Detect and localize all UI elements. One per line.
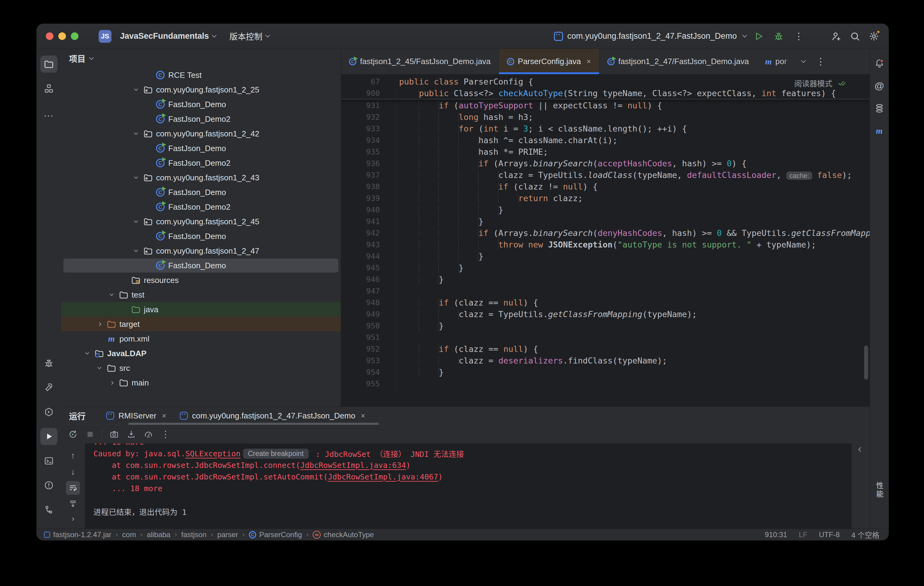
run-configuration-widget[interactable]: com.yuy0ung.fastjson1_2_47.FastJson_Demo… <box>554 28 807 44</box>
line-number[interactable]: 67 <box>341 77 396 86</box>
tree-item-RCE-Test[interactable]: C RCE Test <box>61 68 341 82</box>
tree-item-FastJson_Demo[interactable]: C FastJson_Demo <box>61 229 341 244</box>
tree-item-resources[interactable]: resources <box>61 273 341 288</box>
console-scroll-down-button[interactable]: ↓ <box>66 465 80 479</box>
code-editor[interactable]: 阅读器模式 67public class ParserConfig { 900 … <box>341 74 870 407</box>
tool-stripe-services-button[interactable] <box>40 403 58 421</box>
line-number[interactable]: 952 <box>341 344 396 354</box>
tool-stripe-build-button[interactable] <box>40 379 58 396</box>
line-number[interactable]: 935 <box>341 147 396 156</box>
tool-stripe-run-button[interactable] <box>40 428 58 445</box>
console-scroll-up-button[interactable]: ↑ <box>66 449 80 463</box>
hide-stripe-chevron-icon[interactable] <box>858 447 863 452</box>
editor-tab-fastjson1_2_47-FastJson_Demo-java[interactable]: Cfastjson1_2_47/FastJson_Demo.java <box>599 49 757 74</box>
project-widget[interactable]: JavaSecFundamentals <box>116 28 220 44</box>
line-number[interactable]: 900 <box>341 89 396 98</box>
line-number[interactable]: 954 <box>341 368 396 377</box>
tool-stripe-database-button[interactable] <box>871 100 888 117</box>
line-ending[interactable]: LF <box>799 530 807 539</box>
run-toolbar-profile-button[interactable] <box>141 427 156 442</box>
line-number[interactable]: 937 <box>341 171 396 179</box>
line-number[interactable]: 940 <box>341 206 396 214</box>
tree-item-com-yuy0ung-fastjson1_2_45[interactable]: com.yuy0ung.fastjson1_2_45 <box>61 214 341 229</box>
file-encoding[interactable]: UTF-8 <box>819 530 840 539</box>
line-number[interactable]: 933 <box>341 124 396 133</box>
line-number[interactable]: 949 <box>341 310 396 319</box>
tool-stripe-terminal-button[interactable] <box>40 452 58 469</box>
add-user-button[interactable] <box>828 28 844 44</box>
hidden-tabs-chevron[interactable] <box>795 49 812 74</box>
line-number[interactable]: 942 <box>341 229 396 237</box>
stack-trace-link[interactable]: SQLException <box>185 449 241 458</box>
vcs-widget[interactable]: 版本控制 <box>225 28 274 44</box>
line-number[interactable]: 946 <box>341 275 396 284</box>
line-number[interactable]: 932 <box>341 113 396 122</box>
reader-mode-indicator[interactable]: 阅读器模式 <box>794 77 846 89</box>
tool-stripe-problems-button[interactable] <box>40 477 58 494</box>
stack-trace-link[interactable]: JdbcRowSetImpl.java:4067 <box>328 472 438 481</box>
debug-button[interactable] <box>771 28 787 44</box>
run-button[interactable] <box>751 28 766 44</box>
run-tab-RMIServer[interactable]: RMIServer× <box>99 407 173 425</box>
tree-item-target[interactable]: target <box>61 317 341 331</box>
close-window-button[interactable] <box>46 32 53 40</box>
more-actions-button[interactable]: ⋮ <box>791 28 807 44</box>
line-number[interactable]: 955 <box>341 379 396 388</box>
editor-tab-ParserConfig-java[interactable]: CParserConfig.java× <box>499 49 599 74</box>
tree-item-JavaLDAP[interactable]: JavaLDAP <box>61 346 341 361</box>
breadcrumb-ParserConfig[interactable]: CParserConfig <box>249 530 302 539</box>
run-toolbar-stop-button[interactable] <box>82 427 98 442</box>
tool-stripe-structure-button[interactable] <box>40 80 58 97</box>
minimize-window-button[interactable] <box>58 32 66 40</box>
tool-stripe-project-folder-button[interactable] <box>40 56 58 72</box>
search-everywhere-button[interactable] <box>847 28 863 44</box>
breadcrumb-fastjson-1-2-47-jar[interactable]: fastjson-1.2.47.jar <box>44 530 111 539</box>
tool-stripe-maven-button[interactable]: m <box>871 122 888 140</box>
line-number[interactable]: 938 <box>341 182 396 191</box>
tab-options-button[interactable]: ⋮ <box>812 49 829 74</box>
zoom-window-button[interactable] <box>71 32 79 40</box>
tree-item-java[interactable]: java <box>61 302 341 317</box>
line-number[interactable]: 948 <box>341 298 396 307</box>
line-number[interactable]: 951 <box>341 333 396 342</box>
tool-stripe-debug-button[interactable] <box>40 355 58 372</box>
run-toolbar-rerun-button[interactable] <box>65 427 81 442</box>
tree-item-FastJson_Demo2[interactable]: C FastJson_Demo2 <box>61 199 341 214</box>
editor-tab-por[interactable]: mpor <box>757 49 795 74</box>
line-number[interactable]: 931 <box>341 101 396 110</box>
run-more-button[interactable]: ⋮ <box>158 427 173 442</box>
caret-position[interactable]: 910:31 <box>765 530 787 539</box>
tree-item-FastJson_Demo[interactable]: C FastJson_Demo <box>61 141 341 156</box>
tool-stripe-more-button[interactable]: … <box>40 104 58 122</box>
tool-stripe-ai-assistant-button[interactable]: @ <box>871 77 888 94</box>
console-output[interactable]: ... 18 moreCaused by: java.sql.SQLExcept… <box>85 443 851 528</box>
tool-stripe-version-control-button[interactable] <box>40 501 58 518</box>
line-number[interactable]: 934 <box>341 136 396 145</box>
tree-item-com-yuy0ung-fastjson1_2_42[interactable]: com.yuy0ung.fastjson1_2_42 <box>61 126 341 141</box>
line-number[interactable]: 936 <box>341 159 396 168</box>
tree-item-FastJson_Demo[interactable]: C FastJson_Demo <box>61 97 341 112</box>
breadcrumb-checkAutoType[interactable]: mcheckAutoType <box>313 530 374 539</box>
profiler-tab[interactable]: 性能 <box>870 474 889 499</box>
tree-item-FastJson_Demo2[interactable]: C FastJson_Demo2 <box>61 112 341 126</box>
tree-item-FastJson_Demo2[interactable]: C FastJson_Demo2 <box>61 156 341 170</box>
line-number[interactable]: 945 <box>341 263 396 272</box>
tree-item-com-yuy0ung-fastjson1_2_25[interactable]: com.yuy0ung.fastjson1_2_25 <box>61 82 341 97</box>
tree-item-FastJson_Demo[interactable]: C FastJson_Demo <box>61 258 341 273</box>
stack-trace-link[interactable]: JdbcRowSetImpl.java:634 <box>300 461 406 470</box>
line-number[interactable]: 953 <box>341 356 396 365</box>
tree-item-main[interactable]: main <box>61 375 341 390</box>
run-toolbar-thread-dump-button[interactable] <box>124 427 139 442</box>
close-tab-icon[interactable]: × <box>586 57 591 66</box>
breadcrumb-fastjson[interactable]: fastjson <box>182 530 207 539</box>
close-tab-icon[interactable]: × <box>162 412 167 420</box>
tree-item-test[interactable]: test <box>61 288 341 302</box>
line-number[interactable]: 939 <box>341 194 396 202</box>
run-tab-com-yuy0ung-fastjson1_2_47-FastJson_Demo[interactable]: com.yuy0ung.fastjson1_2_47.FastJson_Demo… <box>173 407 372 425</box>
settings-gear-button[interactable] <box>866 28 882 44</box>
line-number[interactable]: 941 <box>341 217 396 226</box>
run-toolbar-camera-button[interactable] <box>107 427 122 442</box>
console-scroll-end-button[interactable] <box>66 497 80 511</box>
close-tab-icon[interactable]: × <box>361 412 366 420</box>
editor-tab-fastjson1_2_45-FastJson_Demo-java[interactable]: Cfastjson1_2_45/FastJson_Demo.java <box>341 49 499 74</box>
